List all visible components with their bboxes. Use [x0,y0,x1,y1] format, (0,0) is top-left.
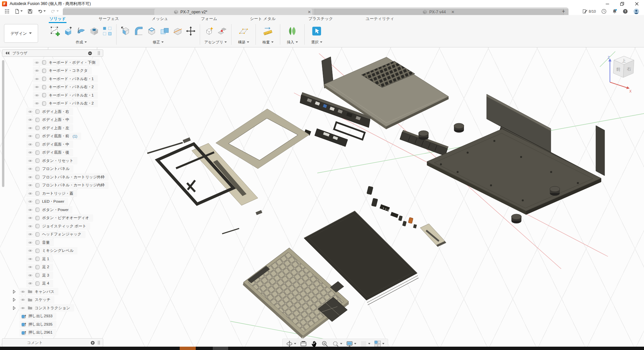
revolve-button[interactable] [75,25,87,37]
remove-panel-icon[interactable] [88,51,92,55]
browser-item[interactable]: ヘッドフォンジャック [0,231,110,238]
visibility-eye-icon[interactable] [28,281,33,286]
look-at-button[interactable] [300,340,307,347]
browser-item[interactable]: カートリッジ・蓋 [0,190,110,197]
visibility-eye-icon[interactable] [28,126,33,131]
visibility-eye-icon[interactable] [28,183,33,188]
browser-item[interactable]: フロントパネル・カートリッジ内枠 [0,182,110,189]
visibility-eye-icon[interactable] [34,76,39,81]
expand-arrow-icon[interactable] [12,306,16,310]
press-pull-button[interactable] [120,25,131,37]
add-comment-icon[interactable] [91,341,95,345]
browser-item[interactable]: 押し出し2933 [0,313,110,320]
browser-item[interactable]: 音量 [0,239,110,246]
visibility-eye-icon[interactable] [28,199,33,204]
layout-grid-button[interactable] [360,340,370,347]
window-minimize-button[interactable] [600,0,615,7]
job-history-button[interactable] [601,9,607,14]
browser-item[interactable]: LED・Power [0,198,110,205]
browser-item[interactable]: ミキシングレベル [0,247,110,254]
visibility-eye-icon[interactable] [28,134,33,139]
browser-item[interactable]: 足 1 [0,255,110,262]
browser-item[interactable]: ボディ上面・中 [0,116,110,124]
comment-input[interactable] [2,341,91,345]
select-button[interactable] [311,25,322,37]
browser-item[interactable]: ジョイスティック ポート [0,222,110,230]
panel-grip-icon[interactable] [98,340,100,345]
browser-item[interactable]: ボディ底面・前(1) [0,133,110,140]
group-dropdown-0[interactable]: 作成 [76,40,87,45]
browser-item[interactable]: キーボード・パネル右・1 [0,75,110,82]
browser-item[interactable]: キーボード・パネル左・1 [0,92,110,99]
browser-item[interactable]: ボディ上面・左 [0,124,110,132]
ribbon-tab-5[interactable]: プラスチック [308,15,334,22]
insert-canvas-button[interactable] [287,25,298,37]
measure-button[interactable] [262,25,274,37]
visibility-eye-icon[interactable] [28,117,33,122]
visibility-eye-icon[interactable] [28,166,33,171]
visibility-eye-icon[interactable] [34,84,39,90]
visibility-eye-icon[interactable] [28,207,33,212]
browser-item[interactable]: フロントパネル・カートリッジ外枠 [0,173,110,181]
joint-button[interactable] [216,25,228,37]
job-status-button[interactable]: 8/10 [582,9,596,14]
visibility-eye-icon[interactable] [20,289,25,294]
ribbon-tab-0[interactable]: ソリッド [49,15,66,22]
tab-close-icon[interactable]: ✕ [306,10,312,14]
visibility-eye-icon[interactable] [28,150,33,155]
browser-item[interactable]: 足 3 [0,272,110,279]
browser-item[interactable]: 足 4 [0,280,110,287]
visibility-eye-icon[interactable] [20,297,25,302]
browser-item[interactable]: ボディ底面・中 [0,141,110,148]
visibility-eye-icon[interactable] [28,158,33,163]
extrude-button[interactable] [62,25,74,37]
visibility-eye-icon[interactable] [28,191,33,196]
visibility-eye-icon[interactable] [28,232,33,237]
browser-scrollbar[interactable] [2,60,4,187]
split-button[interactable] [172,25,183,37]
app-grid-button[interactable] [3,7,11,15]
window-restore-button[interactable] [615,0,629,7]
group-dropdown-5[interactable]: 挿入 [287,40,298,45]
visibility-eye-icon[interactable] [28,109,33,114]
fillet-button[interactable] [133,25,144,37]
save-button[interactable] [26,7,34,15]
browser-item[interactable]: 足 2 [0,264,110,271]
move-button[interactable] [185,25,196,37]
display-settings-button[interactable] [346,340,356,347]
browser-item[interactable]: ボタン・ビデオオーディオ [0,214,110,222]
visibility-eye-icon[interactable] [28,256,33,261]
ribbon-tab-4[interactable]: シート メタル [249,15,276,22]
browser-item[interactable]: コンストラクション [0,304,110,312]
workspace-selector[interactable]: デザイン [4,24,38,43]
orbit-button[interactable] [286,340,296,347]
browser-item[interactable]: スケッチ [0,296,110,304]
fit-button[interactable] [332,340,342,347]
browser-item[interactable]: キャンバス [0,288,110,295]
browser-item[interactable]: ボタン・Power [0,206,110,213]
visibility-eye-icon[interactable] [28,142,33,147]
panel-grip-icon[interactable] [98,51,100,55]
visibility-eye-icon[interactable] [28,240,33,245]
user-avatar[interactable] [633,8,639,14]
browser-item[interactable]: キーボード・パネル右・2 [0,83,110,91]
redo-button[interactable] [49,7,60,15]
visibility-eye-icon[interactable] [28,215,33,220]
file-button[interactable] [13,7,24,15]
create-sketch-button[interactable] [49,25,61,37]
document-tab-active[interactable]: PX-7_open v2* ✕ [154,9,312,15]
browser-item[interactable]: ボディ上面・右 [0,108,110,115]
zoom-button[interactable] [321,340,328,347]
visibility-eye-icon[interactable] [34,101,39,106]
new-tab-button[interactable]: + [560,8,567,14]
visibility-eye-icon[interactable] [28,224,33,229]
visibility-eye-icon[interactable] [28,273,33,278]
browser-panel-header[interactable]: ブラウザ [2,49,103,57]
expand-arrow-icon[interactable] [12,298,16,302]
browser-item[interactable]: 押し出し2961 [0,329,110,336]
pattern-button[interactable] [102,25,113,37]
browser-item[interactable]: キーボード・コネクタ [0,67,110,74]
window-close-button[interactable] [629,0,644,7]
browser-item[interactable]: ボディ底面・後 [0,149,110,156]
new-component-button[interactable] [203,25,215,37]
